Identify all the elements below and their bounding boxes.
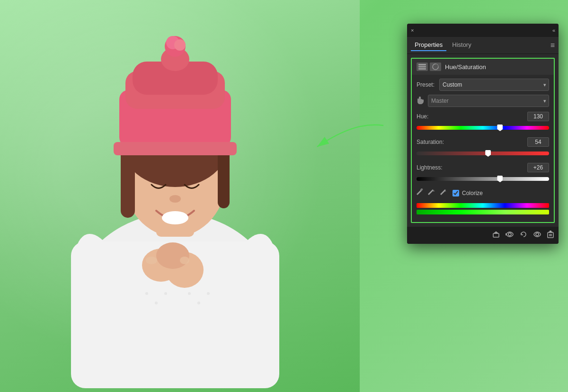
layers-icon [417, 62, 428, 71]
colorize-label: Colorize [462, 190, 483, 196]
sat-label-row: Saturation: 54 [417, 137, 549, 147]
svg-rect-46 [550, 231, 551, 232]
svg-rect-34 [418, 68, 426, 70]
svg-point-28 [207, 292, 210, 295]
saturation-slider-track-container[interactable] [417, 149, 549, 158]
color-bar-result [417, 210, 549, 214]
colorize-checkbox[interactable] [453, 190, 459, 196]
panel-collapse-button[interactable]: « [552, 27, 555, 33]
adj-header: Hue/Saturation [412, 59, 554, 75]
saturation-thumb[interactable] [485, 150, 491, 157]
lightness-value[interactable]: +26 [527, 163, 549, 172]
hue-label: Hue: [417, 113, 428, 120]
hue-track [417, 126, 549, 130]
hue-value[interactable]: 130 [527, 112, 549, 121]
eyedropper-subtract-icon[interactable]: - [440, 188, 448, 197]
saturation-track [417, 151, 549, 155]
svg-point-27 [197, 302, 200, 304]
eyedropper-icon[interactable] [417, 188, 423, 197]
svg-rect-41 [495, 232, 497, 232]
svg-text:-: - [445, 189, 446, 193]
svg-point-20 [156, 242, 189, 269]
svg-point-43 [536, 233, 539, 236]
svg-rect-33 [418, 66, 426, 68]
channel-row: Master Reds Yellows Greens Cyans Blues M… [412, 93, 554, 109]
adjustment-panel: Hue/Saturation Preset: Custom Default Cy… [411, 58, 555, 223]
preset-label: Preset: [417, 81, 435, 88]
person-figure [38, 14, 312, 388]
panel-close-button[interactable]: × [411, 27, 414, 33]
adj-title: Hue/Saturation [445, 63, 486, 71]
adj-icon-group [417, 62, 441, 71]
lightness-slider-section: Lightness: +26 [412, 160, 554, 186]
svg-rect-32 [418, 64, 426, 65]
preset-select[interactable]: Custom Default Cyanotype Sepia [439, 79, 549, 91]
svg-point-17 [162, 211, 188, 224]
hue-thumb[interactable] [497, 125, 503, 131]
lightness-track [417, 177, 549, 181]
tab-history[interactable]: History [448, 39, 475, 51]
preset-select-wrapper: Custom Default Cyanotype Sepia [439, 79, 549, 91]
view-previous-icon[interactable] [506, 231, 514, 240]
svg-point-16 [169, 195, 181, 203]
svg-point-21 [146, 257, 157, 264]
svg-rect-15 [114, 142, 237, 155]
lightness-label: Lightness: [417, 164, 443, 171]
svg-point-23 [145, 292, 148, 295]
svg-point-14 [174, 39, 186, 51]
clip-to-layer-icon[interactable] [492, 231, 500, 240]
color-bars-section [412, 200, 554, 218]
svg-point-42 [508, 233, 511, 236]
visibility-icon[interactable] [533, 231, 541, 240]
channel-select[interactable]: Master Reds Yellows Greens Cyans Blues M… [428, 95, 549, 107]
color-bar-source [417, 203, 549, 208]
svg-rect-40 [494, 232, 498, 233]
hue-slider-section: Hue: 130 [412, 109, 554, 134]
svg-rect-45 [549, 232, 552, 232]
svg-point-24 [155, 302, 158, 304]
svg-point-26 [188, 292, 191, 295]
svg-text:+: + [433, 189, 435, 193]
tab-properties[interactable]: Properties [411, 39, 446, 51]
saturation-value[interactable]: 54 [527, 137, 549, 147]
hand-tool-icon [417, 97, 424, 106]
hue-slider-track-container[interactable] [417, 123, 549, 133]
panel-tabs: Properties History ≡ [407, 37, 559, 54]
saturation-label: Saturation: [417, 139, 444, 145]
channel-select-wrapper: Master Reds Yellows Greens Cyans Blues M… [428, 95, 549, 107]
properties-panel: × « Properties History ≡ [407, 24, 559, 244]
colorize-row: Colorize [453, 190, 483, 196]
svg-point-22 [180, 257, 189, 264]
svg-rect-39 [493, 233, 499, 237]
panel-header-bar: × « [407, 24, 559, 37]
delete-icon[interactable] [547, 231, 554, 240]
bottom-tools: + - Colorize [412, 186, 554, 200]
hue-saturation-icon [430, 62, 441, 71]
lightness-slider-track-container[interactable] [417, 174, 549, 184]
hue-label-row: Hue: 130 [417, 112, 549, 121]
reset-icon[interactable] [520, 231, 527, 240]
saturation-slider-section: Saturation: 54 [412, 134, 554, 160]
eyedropper-add-icon[interactable]: + [428, 188, 435, 197]
lightness-thumb[interactable] [497, 176, 503, 182]
svg-point-25 [164, 292, 167, 295]
light-label-row: Lightness: +26 [417, 163, 549, 172]
panel-bottom-toolbar [407, 227, 559, 244]
preset-row: Preset: Custom Default Cyanotype Sepia [412, 75, 554, 93]
panel-menu-icon[interactable]: ≡ [550, 41, 555, 50]
